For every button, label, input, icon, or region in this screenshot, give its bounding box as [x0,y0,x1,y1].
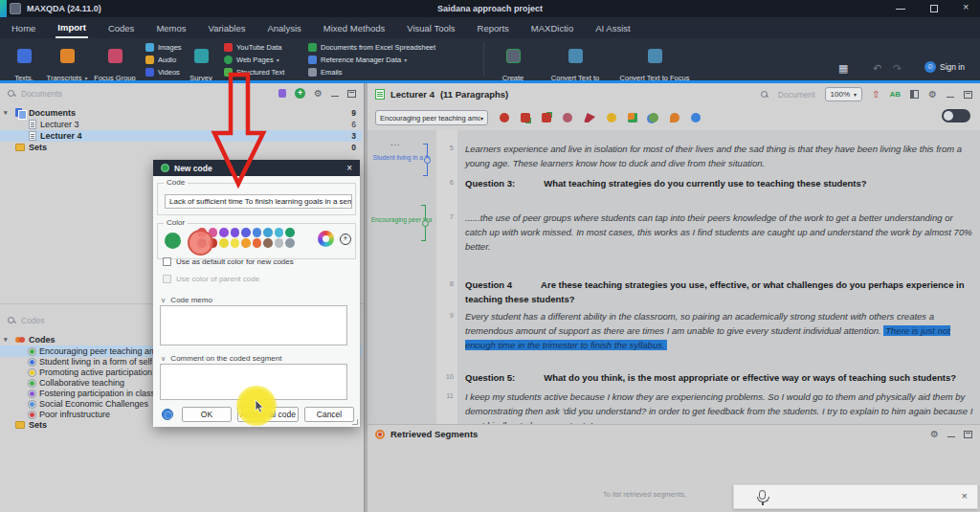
excel-import-button[interactable]: Documents from Excel Spreadsheet [308,41,435,54]
comment-section[interactable]: ∨ Comment on the coded segment [161,354,281,363]
help-globe-icon[interactable] [162,409,173,420]
color-swatch[interactable] [219,238,229,248]
memo-icon[interactable] [278,89,286,98]
add-color-button[interactable]: + [340,234,351,245]
code-memo-textarea[interactable] [160,305,347,345]
color-swatch[interactable] [275,238,284,248]
coding-bracket[interactable] [421,205,426,241]
ai-assist-icon[interactable] [691,113,701,122]
color-swatch[interactable] [263,238,273,248]
color-swatch[interactable] [275,228,284,237]
color-swatch[interactable] [285,238,295,248]
tab-mixed-methods[interactable]: Mixed Methods [322,19,387,37]
view-toggle[interactable] [942,109,970,122]
tab-codes[interactable]: Codes [106,19,136,37]
undo-icon[interactable]: ↶ [873,62,881,75]
code-icon[interactable] [500,113,509,122]
code-invivo-icon[interactable] [542,113,551,122]
paragraph[interactable]: I keep my students active because I know… [465,390,974,424]
highlight-pen-icon[interactable] [584,113,595,122]
code-name-input[interactable]: Lack of sufficient time To finish learni… [165,194,352,209]
creative-coding-icon[interactable] [649,113,658,122]
youtube-data-button[interactable]: YouTube Data [224,41,284,54]
document-search-input[interactable]: Document [778,90,815,100]
collapse-icon[interactable] [331,96,339,97]
paragraph-question[interactable]: Question 3:What teaching strategies do y… [465,176,974,190]
close-icon[interactable]: × [346,163,352,173]
tree-root-documents[interactable]: ▾ Documents 9 [0,107,362,119]
color-swatch[interactable] [219,228,229,237]
color-swatch[interactable] [253,238,262,248]
tab-variables[interactable]: Variables [207,19,248,37]
codes-search-input[interactable]: Codes [21,316,45,325]
tab-visual-tools[interactable]: Visual Tools [405,19,457,37]
checkbox-icon[interactable] [163,257,171,266]
code-memo-section[interactable]: ∨ Code memo [161,296,212,304]
audio-button[interactable]: Audio [145,54,182,66]
paragraph-question[interactable]: Question 4Are these teaching strategies … [465,278,974,306]
code-favorite-icon[interactable] [628,113,637,122]
color-swatch[interactable] [231,228,240,237]
gear-icon[interactable]: ⚙ [930,430,939,439]
tab-home[interactable]: Home [10,19,37,37]
web-pages-button[interactable]: Web Pages [224,54,284,66]
close-button[interactable]: × [963,2,969,11]
emails-button[interactable]: Emails [308,66,435,78]
color-swatch[interactable] [231,238,240,248]
tab-reports[interactable]: Reports [476,19,511,37]
color-swatch[interactable] [241,228,251,237]
tab-memos[interactable]: Memos [154,19,188,37]
redo-icon[interactable]: ↷ [893,62,902,75]
paragraph[interactable]: Learners experience and live in isolatio… [465,142,974,170]
paragraph[interactable]: Every student has a different ability in… [465,309,974,352]
selected-color-swatch[interactable] [165,233,181,249]
code-new-icon[interactable] [521,113,530,122]
hovered-color-swatch[interactable] [188,230,213,256]
emoticode-smiley-icon[interactable] [607,113,616,122]
tab-import[interactable]: Import [56,18,88,38]
tree-item-lecturer4[interactable]: Lecturer 4 3 [0,130,362,142]
code-selector-dropdown[interactable]: Encouraging peer teaching among students… [375,110,488,125]
collapse-icon[interactable] [947,97,954,98]
popout-icon[interactable] [964,431,972,438]
tab-ai-assist[interactable]: AI Assist [593,19,632,37]
color-wheel-icon[interactable] [318,231,334,247]
sidebar-icon[interactable] [910,90,919,99]
expander-icon[interactable]: ▾ [4,336,11,344]
sign-in-button[interactable]: ☺ Sign in [924,59,976,75]
collapse-icon[interactable] [947,436,955,437]
color-swatch[interactable] [253,228,262,237]
close-icon[interactable]: × [962,490,968,501]
popout-icon[interactable] [964,91,972,99]
color-swatch[interactable] [285,228,295,237]
structured-text-button[interactable]: Structured Text [224,66,284,78]
gear-icon[interactable]: ⚙ [928,90,937,100]
documents-search-input[interactable]: Documents [21,89,62,99]
ok-button[interactable]: OK [182,407,232,422]
coding-bracket[interactable] [423,144,428,176]
default-color-checkbox[interactable]: Use as default color for new codes [163,257,294,266]
emoticode-flower-icon[interactable] [563,113,572,122]
color-swatch[interactable] [263,228,273,237]
expander-icon[interactable]: ▾ [4,109,11,117]
new-document-button[interactable]: + [295,88,305,99]
color-swatch[interactable] [241,238,251,248]
paragraph-question[interactable]: Question 5:What do you think, is the mos… [465,370,974,385]
images-button[interactable]: Images [145,41,182,54]
resize-grip[interactable] [352,419,358,425]
maximize-button[interactable] [930,5,938,12]
tree-item-lecturer3[interactable]: Lecturer 3 6 [0,119,362,130]
popout-icon[interactable] [347,90,356,98]
tab-analysis[interactable]: Analysis [265,19,302,37]
paragraph[interactable]: ......the use of peer groups where stude… [465,211,974,254]
tab-maxdictio[interactable]: MAXDictio [529,19,575,37]
export-icon[interactable]: ⇧ [872,89,880,100]
transcripts-button[interactable]: Transcripts [46,40,88,83]
microphone-icon[interactable] [759,490,766,500]
voice-typing-bar[interactable]: × [733,484,978,509]
translate-icon[interactable]: AB [889,90,901,99]
table-view-icon[interactable]: ▦ [838,62,848,75]
zoom-select[interactable]: 100%▾ [825,87,862,101]
margin-code-label[interactable]: Student living in a fo [373,154,431,161]
reference-manager-button[interactable]: Reference Manager Data [308,54,435,66]
